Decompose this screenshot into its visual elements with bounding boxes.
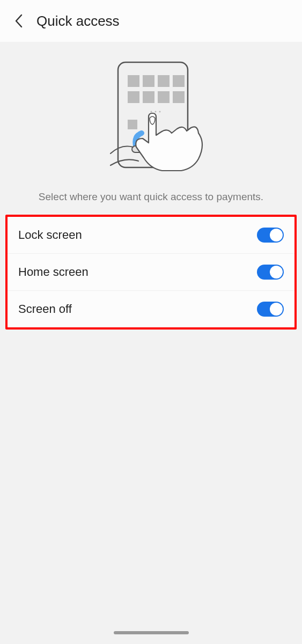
back-icon[interactable] xyxy=(10,12,28,30)
svg-rect-4 xyxy=(173,75,185,87)
navigation-bar-handle[interactable] xyxy=(114,631,189,634)
svg-point-11 xyxy=(159,111,160,113)
option-label: Screen off xyxy=(18,302,72,316)
page-header: Quick access xyxy=(0,0,302,42)
toggle-home-screen[interactable] xyxy=(257,265,284,280)
svg-point-10 xyxy=(154,111,156,113)
option-label: Home screen xyxy=(18,265,89,279)
svg-rect-7 xyxy=(158,91,170,103)
option-screen-off[interactable]: Screen off xyxy=(8,291,294,327)
svg-rect-1 xyxy=(128,75,139,87)
description-text: Select where you want quick access to pa… xyxy=(0,186,302,215)
options-panel: Lock screen Home screen Screen off xyxy=(5,215,297,330)
svg-rect-12 xyxy=(128,120,137,129)
option-home-screen[interactable]: Home screen xyxy=(8,254,294,291)
toggle-screen-off[interactable] xyxy=(257,302,284,317)
option-lock-screen[interactable]: Lock screen xyxy=(8,217,294,254)
svg-rect-8 xyxy=(173,91,185,103)
svg-point-9 xyxy=(150,111,152,113)
swipe-illustration xyxy=(0,42,302,186)
svg-rect-3 xyxy=(158,75,170,87)
svg-rect-2 xyxy=(143,75,154,87)
option-label: Lock screen xyxy=(18,228,82,242)
toggle-lock-screen[interactable] xyxy=(257,228,284,243)
svg-rect-6 xyxy=(143,91,154,103)
page-title: Quick access xyxy=(36,13,120,30)
svg-rect-5 xyxy=(128,91,139,103)
